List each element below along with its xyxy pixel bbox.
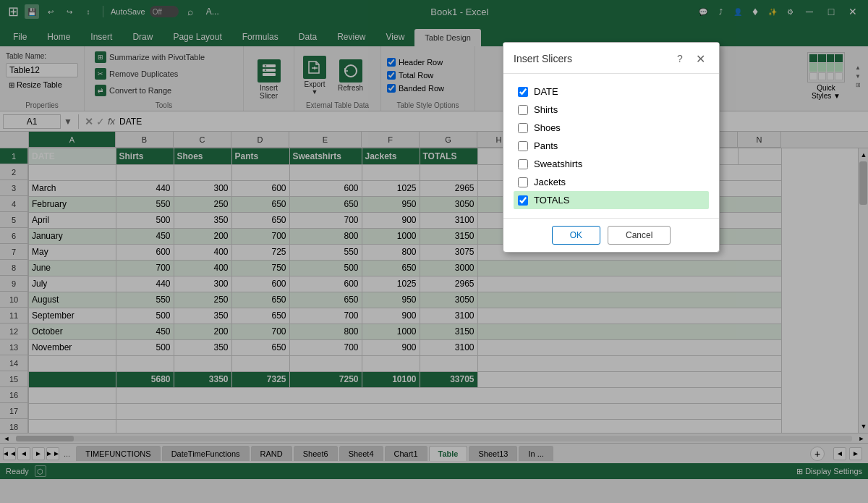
slicer-item-pants[interactable]: Pants [514,137,709,155]
modal-body: DATE Shirts Shoes Pants Sweatshirts Jack… [503,74,719,218]
modal-controls: ? ✕ [671,50,709,67]
slicer-checkbox-sweatshirts[interactable] [518,159,528,169]
slicer-item-shoes[interactable]: Shoes [514,119,709,137]
slicer-label-pants: Pants [534,140,558,151]
slicer-checkbox-shoes[interactable] [518,123,528,133]
slicer-item-totals[interactable]: TOTALS [514,191,709,209]
slicer-label-shoes: Shoes [534,122,561,133]
modal-title: Insert Slicers [514,53,572,64]
slicer-label-shirts: Shirts [534,104,558,115]
slicer-label-date: DATE [534,86,558,97]
slicer-label-totals: TOTALS [534,195,569,206]
modal-title-bar: Insert Slicers ? ✕ [503,43,719,74]
slicer-item-jackets[interactable]: Jackets [514,173,709,191]
slicer-item-sweatshirts[interactable]: Sweatshirts [514,155,709,173]
slicer-item-shirts[interactable]: Shirts [514,101,709,119]
modal-cancel-button[interactable]: Cancel [608,226,671,245]
insert-slicers-dialog: Insert Slicers ? ✕ DATE Shirts Shoes Pan… [503,42,720,253]
modal-footer: OK Cancel [503,218,719,252]
modal-help-button[interactable]: ? [671,50,689,67]
slicer-checkbox-pants[interactable] [518,141,528,151]
slicer-checkbox-date[interactable] [518,87,528,97]
slicer-checkbox-totals[interactable] [518,195,528,206]
modal-close-button[interactable]: ✕ [692,50,709,67]
slicer-checkbox-jackets[interactable] [518,177,528,187]
modal-ok-button[interactable]: OK [552,226,600,245]
slicer-label-sweatshirts: Sweatshirts [534,158,582,169]
modal-overlay: Insert Slicers ? ✕ DATE Shirts Shoes Pan… [0,0,868,503]
slicer-item-date[interactable]: DATE [514,83,709,101]
slicer-checkbox-shirts[interactable] [518,105,528,115]
slicer-label-jackets: Jackets [534,177,566,187]
